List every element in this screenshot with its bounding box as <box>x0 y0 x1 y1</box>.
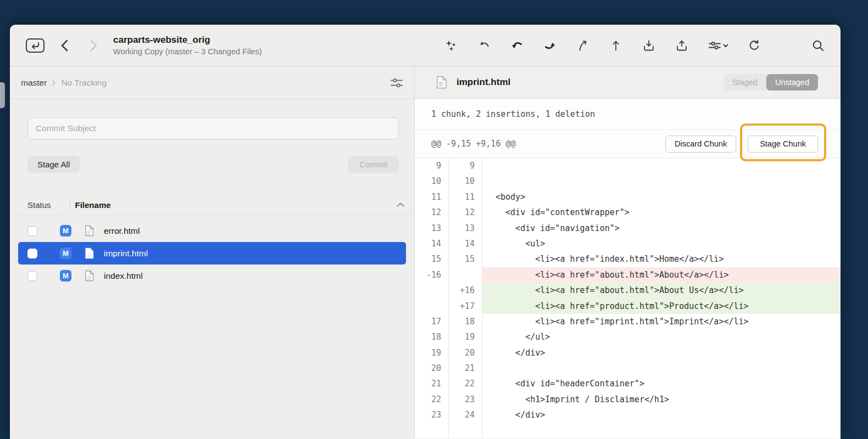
filename-label: imprint.html <box>104 249 148 258</box>
new-line-number: 9 <box>448 158 482 173</box>
diff-line[interactable]: 1111<body> <box>415 189 841 205</box>
status-badge: M <box>60 225 71 237</box>
arrow-up-curve-button[interactable] <box>576 38 590 53</box>
chunk-actions: Discard Chunk Stage Chunk <box>665 136 818 153</box>
file-row[interactable]: Mimprint.html <box>18 242 406 264</box>
code-text: <ul> <box>482 236 841 251</box>
code-text: <div id="navigation"> <box>482 221 841 236</box>
filename-label: index.html <box>104 271 143 281</box>
diff-line[interactable]: 1313 <div id="navigation"> <box>415 221 841 236</box>
diff-line[interactable]: 1718 <li><a href="imprint.html">Imprint<… <box>415 314 841 329</box>
diff-line[interactable]: 1819 </ul> <box>415 329 841 345</box>
list-filter-button[interactable] <box>390 77 403 88</box>
forward-button[interactable] <box>88 39 99 52</box>
commit-panel: master No Tracking Stage All Commit Stat… <box>10 66 415 438</box>
old-line-number: 10 <box>415 173 448 189</box>
new-line-number: 12 <box>448 205 482 220</box>
old-line-number: 20 <box>415 361 448 376</box>
sliders-icon <box>708 39 728 52</box>
staged-unstaged-toggle: Staged Unstaged <box>724 74 818 91</box>
stage-checkbox[interactable] <box>27 226 37 236</box>
file-row[interactable]: Mindex.html <box>10 264 414 287</box>
tracking-status[interactable]: No Tracking <box>61 78 107 88</box>
window-title-block: carparts-website_orig Working Copy (mast… <box>113 35 262 56</box>
quick-launch-button[interactable] <box>444 38 458 53</box>
main-content: master No Tracking Stage All Commit Stat… <box>10 66 841 438</box>
toolbar: carparts-website_orig Working Copy (mast… <box>10 25 841 66</box>
diff-line[interactable]: 2223 <h1>Imprint / Disclaimer</h1> <box>415 392 841 407</box>
diff-line[interactable]: 1414 <ul> <box>415 236 841 251</box>
chunk-header-row: @@ -9,15 +9,16 @@ Discard Chunk Stage Ch… <box>415 130 841 158</box>
pull-arrow-icon <box>510 39 524 52</box>
code-text: </ul> <box>482 329 841 345</box>
stage-checkbox[interactable] <box>27 249 37 258</box>
sort-chevron-icon[interactable] <box>397 202 404 207</box>
diff-line[interactable]: 1010 <box>415 173 841 189</box>
column-divider <box>70 200 70 210</box>
old-line-number: 23 <box>415 407 448 423</box>
unstaged-tab[interactable]: Unstaged <box>766 74 818 91</box>
old-line-number: 22 <box>415 392 448 407</box>
search-button[interactable] <box>811 38 825 53</box>
new-line-number: 23 <box>448 392 482 407</box>
status-badge: M <box>60 270 71 282</box>
chevron-left-icon <box>59 39 70 52</box>
document-icon <box>85 270 94 282</box>
commit-subject-input[interactable] <box>27 117 399 139</box>
code-text: <li><a href="about.html">About Us</a></l… <box>482 283 841 298</box>
apply-stash-button[interactable] <box>675 38 689 53</box>
code-text: </div> <box>482 345 841 361</box>
diff-line[interactable]: 2021 <box>415 361 841 376</box>
file-list: Merror.htmlMimprint.htmlMindex.html <box>10 219 414 287</box>
push-arrow-icon <box>543 39 557 52</box>
status-badge: M <box>60 247 71 259</box>
file-list-header: Status Filename <box>10 195 414 215</box>
old-line-number: 18 <box>415 329 448 345</box>
diff-panel: imprint.html Staged Unstaged 1 chunk, 2 … <box>415 66 841 438</box>
stash-button[interactable] <box>642 38 656 53</box>
diff-line[interactable]: -16 <li><a href="about.html">About</a></… <box>415 267 841 283</box>
code-text: <div id="headerContainer"> <box>482 376 841 391</box>
fetch-button[interactable] <box>477 38 491 53</box>
old-line-number: 11 <box>415 189 448 205</box>
arrow-up-button[interactable] <box>609 38 623 53</box>
branch-name[interactable]: master <box>21 78 47 88</box>
stage-chunk-button[interactable]: Stage Chunk <box>748 136 818 153</box>
sliders-icon <box>390 77 403 88</box>
chevron-down-icon <box>724 44 728 47</box>
stage-checkbox[interactable] <box>27 271 37 281</box>
repo-subtitle: Working Copy (master – 3 Changed Files) <box>113 47 262 56</box>
diff-filename: imprint.html <box>457 77 510 88</box>
stage-all-button[interactable]: Stage All <box>27 156 80 173</box>
diff-line[interactable]: 1515 <li><a href="index.html">Home</a></… <box>415 251 841 267</box>
diff-line[interactable]: 1212 <div id="contentWrapper"> <box>415 205 841 220</box>
old-line-number: 19 <box>415 345 448 361</box>
new-line-number: 10 <box>448 173 482 189</box>
pull-button[interactable] <box>510 38 524 53</box>
push-button[interactable] <box>543 38 557 53</box>
back-button[interactable] <box>59 39 70 52</box>
staged-tab[interactable]: Staged <box>724 74 766 91</box>
diff-line[interactable]: +17 <li><a href="product.html">Product</… <box>415 299 841 314</box>
diff-file-header: imprint.html Staged Unstaged <box>415 66 841 99</box>
document-icon <box>85 247 94 259</box>
arrow-up-curve-icon <box>576 39 589 52</box>
working-copy-button[interactable] <box>25 38 45 53</box>
filename-column-header[interactable]: Filename <box>75 200 111 210</box>
status-column-header[interactable]: Status <box>27 200 51 210</box>
refresh-button[interactable] <box>747 38 761 53</box>
diff-line[interactable]: 1920 </div> <box>415 345 841 361</box>
new-line-number <box>448 267 482 283</box>
diff-line[interactable]: 2122 <div id="headerContainer"> <box>415 376 841 391</box>
diff-line[interactable]: 2324 </div> <box>415 407 841 423</box>
filename-label: error.html <box>104 226 140 236</box>
new-line-number: 18 <box>448 314 482 329</box>
repo-title: carparts-website_orig <box>113 35 262 46</box>
code-text: <li><a href="index.html">Home</a></li> <box>482 251 841 267</box>
diff-filter-button[interactable] <box>708 38 728 53</box>
file-row[interactable]: Merror.html <box>10 219 414 242</box>
commit-button[interactable]: Commit <box>348 156 399 173</box>
discard-chunk-button[interactable]: Discard Chunk <box>665 136 736 153</box>
diff-line[interactable]: 99 <box>415 158 841 173</box>
diff-line[interactable]: +16 <li><a href="about.html">About Us</a… <box>415 283 841 298</box>
